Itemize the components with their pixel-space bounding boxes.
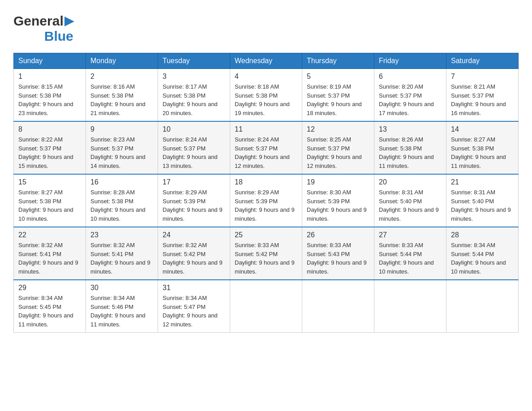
header-thursday: Thursday (302, 53, 374, 69)
calendar-day-cell: 8 Sunrise: 8:22 AM Sunset: 5:37 PM Dayli… (14, 121, 86, 174)
day-number: 6 (379, 73, 442, 81)
sunrise-label: Sunrise: 8:31 AM (379, 189, 423, 196)
header-sunday: Sunday (14, 53, 86, 69)
day-number: 3 (163, 73, 225, 81)
day-number: 16 (90, 178, 153, 186)
daylight-label: Daylight: 9 hours and 10 minutes. (379, 259, 434, 275)
sunset-label: Sunset: 5:37 PM (379, 92, 422, 99)
daylight-label: Daylight: 9 hours and 19 minutes. (235, 101, 290, 116)
sunrise-label: Sunrise: 8:31 AM (451, 189, 495, 196)
logo-blue-text: Blue (44, 29, 73, 44)
calendar-table: Sunday Monday Tuesday Wednesday Thursday… (13, 53, 519, 333)
sunset-label: Sunset: 5:38 PM (18, 92, 61, 99)
sunrise-label: Sunrise: 8:25 AM (307, 136, 351, 143)
daylight-label: Daylight: 9 hours and 12 minutes. (163, 312, 218, 328)
sunrise-label: Sunrise: 8:21 AM (451, 83, 495, 90)
sunrise-label: Sunrise: 8:28 AM (90, 189, 135, 196)
day-number: 10 (163, 125, 225, 133)
calendar-day-cell: 13 Sunrise: 8:26 AM Sunset: 5:38 PM Dayl… (374, 121, 446, 174)
day-info: Sunrise: 8:21 AM Sunset: 5:37 PM Dayligh… (451, 82, 514, 117)
daylight-label: Daylight: 9 hours and 9 minutes. (307, 259, 367, 275)
daylight-label: Daylight: 9 hours and 9 minutes. (379, 206, 439, 222)
daylight-label: Daylight: 9 hours and 10 minutes. (451, 259, 506, 275)
sunrise-label: Sunrise: 8:27 AM (451, 136, 495, 143)
day-number: 11 (235, 125, 297, 133)
day-number: 30 (90, 284, 153, 292)
day-info: Sunrise: 8:19 AM Sunset: 5:37 PM Dayligh… (307, 82, 369, 117)
weekday-header-row: Sunday Monday Tuesday Wednesday Thursday… (14, 53, 519, 69)
calendar-day-cell: 4 Sunrise: 8:18 AM Sunset: 5:38 PM Dayli… (230, 69, 302, 122)
sunset-label: Sunset: 5:39 PM (163, 198, 206, 205)
calendar-day-cell: 3 Sunrise: 8:17 AM Sunset: 5:38 PM Dayli… (158, 69, 230, 122)
sunset-label: Sunset: 5:37 PM (235, 145, 278, 152)
sunset-label: Sunset: 5:46 PM (90, 304, 133, 310)
calendar-day-cell: 16 Sunrise: 8:28 AM Sunset: 5:38 PM Dayl… (86, 174, 158, 227)
day-number: 1 (18, 73, 81, 81)
sunrise-label: Sunrise: 8:17 AM (163, 83, 207, 90)
sunset-label: Sunset: 5:39 PM (307, 198, 350, 205)
day-number: 19 (307, 178, 369, 186)
daylight-label: Daylight: 9 hours and 9 minutes. (163, 259, 223, 275)
daylight-label: Daylight: 9 hours and 9 minutes. (18, 259, 78, 275)
sunrise-label: Sunrise: 8:16 AM (90, 83, 135, 90)
calendar-week-row: 29 Sunrise: 8:34 AM Sunset: 5:45 PM Dayl… (14, 280, 519, 333)
calendar-day-cell: 5 Sunrise: 8:19 AM Sunset: 5:37 PM Dayli… (302, 69, 374, 122)
daylight-label: Daylight: 9 hours and 16 minutes. (451, 101, 506, 116)
calendar-day-cell (446, 280, 519, 333)
calendar-day-cell: 24 Sunrise: 8:32 AM Sunset: 5:42 PM Dayl… (158, 227, 230, 280)
sunrise-label: Sunrise: 8:34 AM (163, 295, 207, 301)
sunrise-label: Sunrise: 8:22 AM (18, 136, 63, 143)
page-header: General Blue (13, 9, 519, 44)
daylight-label: Daylight: 9 hours and 12 minutes. (307, 154, 362, 169)
day-number: 17 (163, 178, 225, 186)
calendar-day-cell: 1 Sunrise: 8:15 AM Sunset: 5:38 PM Dayli… (14, 69, 86, 122)
day-info: Sunrise: 8:34 AM Sunset: 5:46 PM Dayligh… (90, 294, 153, 329)
day-number: 27 (379, 231, 442, 239)
sunrise-label: Sunrise: 8:24 AM (163, 136, 207, 143)
day-info: Sunrise: 8:33 AM Sunset: 5:43 PM Dayligh… (307, 241, 369, 276)
sunrise-label: Sunrise: 8:26 AM (379, 136, 423, 143)
daylight-label: Daylight: 9 hours and 9 minutes. (90, 259, 150, 275)
calendar-day-cell: 15 Sunrise: 8:27 AM Sunset: 5:38 PM Dayl… (14, 174, 86, 227)
logo: General Blue (13, 13, 74, 44)
sunset-label: Sunset: 5:41 PM (18, 251, 61, 257)
calendar-day-cell: 26 Sunrise: 8:33 AM Sunset: 5:43 PM Dayl… (302, 227, 374, 280)
sunrise-label: Sunrise: 8:15 AM (18, 83, 63, 90)
daylight-label: Daylight: 9 hours and 9 minutes. (451, 206, 511, 222)
sunrise-label: Sunrise: 8:32 AM (163, 242, 207, 248)
day-number: 28 (451, 231, 514, 239)
daylight-label: Daylight: 9 hours and 9 minutes. (235, 259, 295, 275)
sunrise-label: Sunrise: 8:34 AM (18, 295, 63, 301)
sunrise-label: Sunrise: 8:33 AM (379, 242, 423, 248)
calendar-day-cell: 2 Sunrise: 8:16 AM Sunset: 5:38 PM Dayli… (86, 69, 158, 122)
calendar-day-cell: 25 Sunrise: 8:33 AM Sunset: 5:42 PM Dayl… (230, 227, 302, 280)
sunrise-label: Sunrise: 8:33 AM (235, 242, 279, 248)
calendar-week-row: 22 Sunrise: 8:32 AM Sunset: 5:41 PM Dayl… (14, 227, 519, 280)
day-info: Sunrise: 8:22 AM Sunset: 5:37 PM Dayligh… (18, 135, 81, 170)
day-info: Sunrise: 8:28 AM Sunset: 5:38 PM Dayligh… (90, 188, 153, 223)
sunset-label: Sunset: 5:38 PM (451, 145, 494, 152)
calendar-day-cell: 21 Sunrise: 8:31 AM Sunset: 5:40 PM Dayl… (446, 174, 519, 227)
sunset-label: Sunset: 5:42 PM (235, 251, 278, 257)
sunset-label: Sunset: 5:44 PM (379, 251, 422, 257)
calendar-day-cell (302, 280, 374, 333)
calendar-day-cell: 6 Sunrise: 8:20 AM Sunset: 5:37 PM Dayli… (374, 69, 446, 122)
day-number: 15 (18, 178, 81, 186)
sunset-label: Sunset: 5:38 PM (163, 92, 206, 99)
logo-general-text: General (13, 13, 64, 29)
daylight-label: Daylight: 9 hours and 11 minutes. (379, 154, 434, 169)
daylight-label: Daylight: 9 hours and 10 minutes. (18, 206, 73, 222)
sunset-label: Sunset: 5:40 PM (379, 198, 422, 205)
day-number: 21 (451, 178, 514, 186)
day-info: Sunrise: 8:34 AM Sunset: 5:47 PM Dayligh… (163, 294, 225, 329)
day-number: 9 (90, 125, 153, 133)
day-number: 14 (451, 125, 514, 133)
sunset-label: Sunset: 5:37 PM (307, 92, 350, 99)
daylight-label: Daylight: 9 hours and 10 minutes. (90, 206, 146, 222)
day-info: Sunrise: 8:17 AM Sunset: 5:38 PM Dayligh… (163, 82, 225, 117)
sunrise-label: Sunrise: 8:18 AM (235, 83, 279, 90)
sunrise-label: Sunrise: 8:33 AM (307, 242, 351, 248)
day-number: 13 (379, 125, 442, 133)
calendar-day-cell: 11 Sunrise: 8:24 AM Sunset: 5:37 PM Dayl… (230, 121, 302, 174)
day-number: 12 (307, 125, 369, 133)
